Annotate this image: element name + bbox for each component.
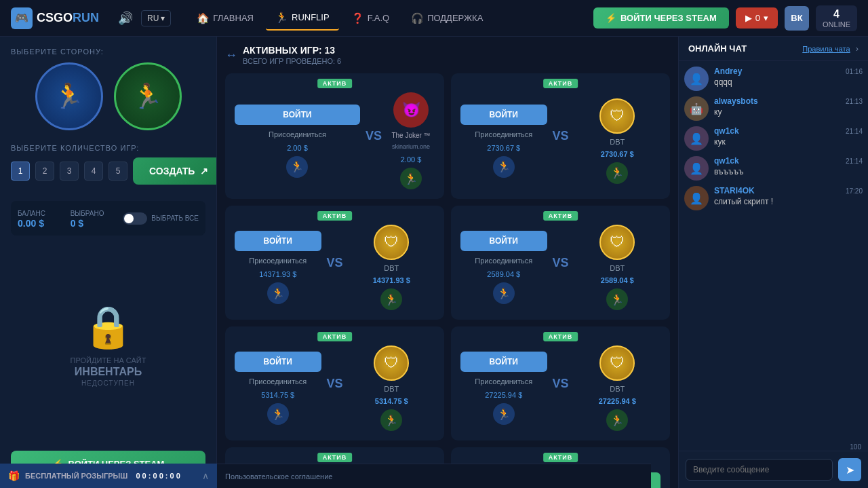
sidebar: ВЫБЕРИТЕ СТОРОНУ: 🏃 🏃 ВЫБЕРИТЕ КОЛИЧЕСТВ… [0,37,217,488]
dbt-label-2: DBT [610,138,625,146]
balance-value: 0.00 $ [18,218,65,229]
chat-msg-header-5: STARI4OK 17:20 [714,186,863,195]
run-icon: 🏃 [275,12,288,24]
online-label: ONLINE [823,20,850,29]
nav-runflip[interactable]: 🏃 RUNFLIP [266,6,339,31]
game-right-2: 🛡 DBT 2730.67 $ 🏃 [574,98,661,184]
send-icon: ➤ [846,464,854,476]
main-area: ВЫБЕРИТЕ СТОРОНУ: 🏃 🏃 ВЫБЕРИТЕ КОЛИЧЕСТВ… [0,37,868,488]
join-button-3[interactable]: ВОЙТИ [235,231,321,251]
join-value-2: 2730.67 $ [487,144,520,152]
select-all-area: ВЫБРАТЬ ВСЕ [123,212,199,225]
dbt-run-icon-6: 🏃 [606,409,628,431]
nav-faq[interactable]: ❓ F.A.Q [342,7,399,30]
chat-username-1: Andrey [714,67,742,76]
chat-username-3: qw1ck [714,126,739,136]
join-amount-4: Присоединиться [475,257,532,265]
count-btn-1[interactable]: 1 [11,162,30,181]
chat-time-4: 21:14 [846,157,863,165]
nav-runflip-label: RUNFLIP [292,12,330,22]
vs-text-5: VS [327,377,343,391]
chat-input-area: ➤ [679,451,868,488]
dbt-badge-2: 🛡 [599,98,635,134]
player-run-icon-1: 🏃 [400,168,422,189]
game-card-2: АКТИВ ВОЙТИ Присоединиться 2730.67 $ 🏃 V… [451,73,670,199]
active-games-label: АКТИВНЫХ ИГР: 13 [243,45,341,56]
active-badge-2: АКТИВ [543,79,578,88]
game-right-6: 🛡 DBT 27225.94 $ 🏃 [574,345,661,431]
count-label: ВЫБЕРИТЕ КОЛИЧЕСТВО ИГР: [11,144,205,152]
side-blue-button[interactable]: 🏃 [35,62,103,130]
count-btn-2[interactable]: 2 [35,162,54,181]
chevron-down-icon: ▾ [764,13,768,23]
dbt-amount-6: 27225.94 $ [599,397,636,405]
logo-text: CSGORUN [37,11,99,25]
vs-text-3: VS [327,256,343,270]
chat-message-3: 👤 qw1ck 21:14 кук [684,126,863,151]
join-value-5: 5314.75 $ [261,391,294,399]
create-button[interactable]: СОЗДАТЬ ↗ [133,157,217,185]
vs-text-1: VS [366,129,382,143]
chat-avatar-2: 🤖 [684,96,709,121]
minimize-button[interactable]: ∧ [202,470,209,481]
count-btn-5[interactable]: 5 [108,162,127,181]
nav-home-label: ГЛАВНАЯ [213,13,254,23]
chat-rules-link[interactable]: Правила чата [802,45,850,53]
giveaway-label: БЕСПЛАТНЫЙ РОЗЫГРЫШ [25,472,127,480]
agreement-link[interactable]: Пользовательское соглашение [225,472,332,481]
chat-msg-header-4: qw1ck 21:14 [714,156,863,166]
dbt-run-icon-4: 🏃 [606,288,628,310]
home-icon: 🏠 [197,12,210,24]
join-button-1[interactable]: ВОЙТИ [235,105,360,125]
game-card-4: АКТИВ ВОЙТИ Присоединиться 2589.04 $ 🏃 V… [451,206,670,320]
chat-text-3: кук [714,137,863,147]
join-value-6: 27225.94 $ [485,391,522,399]
balance-item: БАЛАНС 0.00 $ [18,208,65,229]
chat-message-5: 👤 STARI4OK 17:20 слитый скрипт ! [684,186,863,210]
vk-button[interactable]: ВК [785,6,809,31]
inventory-label: ИНВЕНТАРЬ [75,366,142,378]
games-info: АКТИВНЫХ ИГР: 13 ВСЕГО ИГР ПРОВЕДЕНО: 6 [243,45,341,65]
join-value-1: 2.00 $ [287,144,308,152]
dbt-amount-2: 2730.67 $ [601,150,634,158]
dbt-amount-3: 14371.93 $ [373,276,410,284]
cart-button[interactable]: ▶ 0 ▾ [736,7,778,29]
join-button-5[interactable]: ВОЙТИ [235,352,321,372]
chat-content-4: qw1ck 21:14 въъъъъ [714,156,863,176]
nav: 🏠 ГЛАВНАЯ 🏃 RUNFLIP ❓ F.A.Q 🎧 ПОДДЕРЖКА [187,6,492,31]
select-all-toggle[interactable] [123,212,147,225]
dbt-amount-5: 5314.75 $ [375,397,408,405]
game-right-4: 🛡 DBT 2589.04 $ 🏃 [574,225,661,310]
game-left-1: ВОЙТИ Присоединиться 2.00 $ 🏃 [235,105,360,178]
active-badge-6: АКТИВ [543,332,578,341]
game-left-6: ВОЙТИ Присоединиться 27225.94 $ 🏃 [460,352,547,425]
join-button-2[interactable]: ВОЙТИ [460,105,547,125]
chat-input[interactable] [686,459,833,481]
join-value-3: 14371.93 $ [259,270,296,278]
chat-send-button[interactable]: ➤ [838,458,861,481]
balance-row: БАЛАНС 0.00 $ ВЫБРАНО 0 $ ВЫБРАТЬ ВСЕ [11,201,205,236]
games-grid: АКТИВ ВОЙТИ Присоединиться 2.00 $ 🏃 VS 😈… [225,73,670,488]
count-btn-4[interactable]: 4 [84,162,103,181]
dbt-run-icon-3: 🏃 [380,288,402,310]
side-green-button[interactable]: 🏃 [114,62,182,130]
join-button-6[interactable]: ВОЙТИ [460,352,547,372]
chat-content-3: qw1ck 21:14 кук [714,126,863,147]
dbt-label-5: DBT [384,385,399,393]
chat-text-5: слитый скрипт ! [714,197,863,206]
dbt-badge-3: 🛡 [374,225,409,260]
count-btn-3[interactable]: 3 [60,162,79,181]
select-all-label: ВЫБРАТЬ ВСЕ [151,214,199,222]
steam-login-button[interactable]: ⚡ ВОЙТИ ЧЕРЕЗ STEAM [593,7,729,29]
selected-item: ВЫБРАНО 0 $ [71,208,118,229]
join-amount-1: Присоединиться [269,130,326,138]
nav-support[interactable]: 🎧 ПОДДЕРЖКА [401,7,492,30]
join-button-4[interactable]: ВОЙТИ [460,231,547,251]
sound-icon[interactable]: 🔊 [118,11,133,26]
game-card-3: АКТИВ ВОЙТИ Присоединиться 14371.93 $ 🏃 … [225,206,444,320]
language-button[interactable]: RU ▾ [141,10,171,26]
nav-support-label: ПОДДЕРЖКА [427,13,483,23]
nav-home[interactable]: 🏠 ГЛАВНАЯ [187,7,263,30]
chat-panel: ОНЛАЙН ЧАТ Правила чата › 👤 Andrey 01:16… [678,37,868,488]
chat-messages: 👤 Andrey 01:16 qqqq 🤖 alwaysbots 21:13 [679,61,868,443]
